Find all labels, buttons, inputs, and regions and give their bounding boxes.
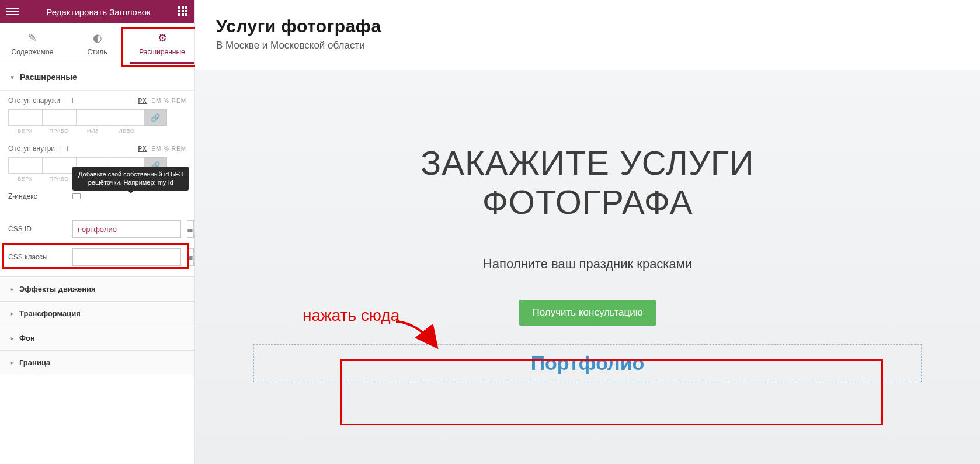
tab-label: Стиль — [87, 48, 107, 56]
caret-right-icon: ▸ — [11, 335, 13, 341]
portfolio-heading-widget[interactable]: Портфолио — [253, 344, 922, 382]
dynamic-tags-icon[interactable]: ≣ — [187, 248, 194, 266]
margin-control: Отступ снаружи PX EM % REM 🔗 ВЕРХПРАВОНИ… — [8, 96, 186, 134]
hero-subtext: Наполните ваш праздник красками — [195, 257, 980, 272]
pencil-icon: ✎ — [28, 32, 37, 44]
hero-section: ЗАКАЖИТЕ УСЛУГИФОТОГРАФА Наполните ваш п… — [195, 62, 980, 382]
desktop-icon[interactable] — [65, 98, 73, 103]
desktop-icon[interactable] — [60, 146, 68, 151]
desktop-icon[interactable] — [72, 193, 81, 199]
tab-label: Содержимое — [12, 48, 54, 56]
margin-top-input[interactable] — [8, 109, 42, 126]
cssid-tooltip: Добавьте свой собственный id БЕЗрешёточк… — [72, 167, 189, 191]
editor-panel: Редактировать Заголовок ✎ Содержимое ◐ С… — [0, 0, 195, 464]
zindex-label: Z-индекс — [8, 192, 67, 200]
cssid-control: CSS ID ≣ — [8, 220, 186, 238]
page-header: Услуги фотографа В Москве и Московской о… — [195, 0, 980, 62]
page-preview: Услуги фотографа В Москве и Московской о… — [195, 0, 980, 464]
accordion-background[interactable]: ▸Фон — [0, 326, 194, 351]
accordion-border[interactable]: ▸Граница — [0, 351, 194, 375]
panel-tabs: ✎ Содержимое ◐ Стиль ⚙ Расширенные — [0, 23, 194, 64]
margin-sublabels: ВЕРХПРАВОНИЗЛЕВО — [8, 128, 186, 134]
tab-content[interactable]: ✎ Содержимое — [0, 23, 65, 64]
cssid-label: CSS ID — [8, 225, 67, 233]
caret-down-icon: ▼ — [9, 74, 15, 81]
cssclasses-control: CSS классы ≣ — [8, 248, 186, 266]
annotation-text: нажать сюда — [303, 306, 399, 325]
caret-right-icon: ▸ — [11, 359, 13, 366]
tab-advanced[interactable]: ⚙ Расширенные — [130, 23, 194, 64]
margin-right-input[interactable] — [42, 109, 76, 126]
advanced-controls: Отступ снаружи PX EM % REM 🔗 ВЕРХПРАВОНИ… — [0, 91, 194, 276]
cta-button[interactable]: Получить консультацию — [519, 300, 655, 326]
panel-title: Редактировать Заголовок — [19, 7, 178, 17]
panel-header: Редактировать Заголовок — [0, 0, 194, 23]
margin-bottom-input[interactable] — [76, 109, 110, 126]
margin-label: Отступ снаружи — [8, 96, 60, 105]
panel-accordion: ▸Эффекты движения ▸Трансформация ▸Фон ▸Г… — [0, 276, 194, 375]
padding-label: Отступ внутри — [8, 144, 55, 153]
portfolio-title: Портфолио — [254, 352, 921, 375]
page-subtitle: В Москве и Московской области — [216, 40, 959, 51]
padding-top-input[interactable] — [8, 157, 42, 174]
annotation-arrow-icon — [391, 317, 450, 358]
padding-units[interactable]: PX EM % REM — [138, 146, 186, 152]
margin-units[interactable]: PX EM % REM — [138, 98, 186, 104]
gear-icon: ⚙ — [158, 32, 167, 44]
accordion-transform[interactable]: ▸Трансформация — [0, 302, 194, 326]
section-advanced-header[interactable]: ▼ Расширенные — [0, 64, 194, 91]
contrast-icon: ◐ — [93, 32, 102, 44]
page-title: Услуги фотографа — [216, 16, 959, 36]
cssclasses-label: CSS классы — [8, 253, 67, 261]
hero-heading: ЗАКАЖИТЕ УСЛУГИФОТОГРАФА — [195, 144, 980, 221]
cssid-input[interactable] — [72, 220, 181, 238]
accordion-motion-effects[interactable]: ▸Эффекты движения — [0, 277, 194, 302]
caret-right-icon: ▸ — [11, 310, 13, 317]
caret-right-icon: ▸ — [11, 286, 13, 292]
cssclasses-input[interactable] — [72, 248, 181, 266]
link-values-icon[interactable]: 🔗 — [144, 109, 167, 126]
padding-right-input[interactable] — [42, 157, 76, 174]
tab-style[interactable]: ◐ Стиль — [65, 23, 130, 64]
dynamic-tags-icon[interactable]: ≣ — [187, 220, 194, 238]
section-title-text: Расширенные — [20, 72, 77, 82]
zindex-control: Z-индекс Добавьте свой собственный id БЕ… — [8, 192, 186, 200]
apps-icon[interactable] — [178, 6, 189, 17]
margin-left-input[interactable] — [110, 109, 144, 126]
tab-label: Расширенные — [139, 48, 185, 56]
menu-icon[interactable] — [6, 8, 19, 15]
